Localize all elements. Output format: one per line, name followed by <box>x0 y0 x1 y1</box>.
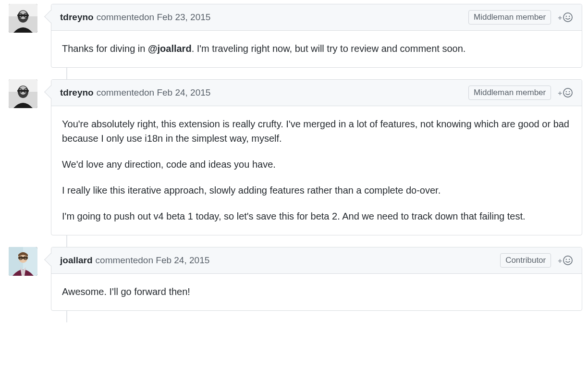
text-fragment: Awesome. I'll go forward then! <box>62 286 190 297</box>
comment-paragraph: We'd love any direction, code and ideas … <box>62 157 571 172</box>
comment-header: tdreynocommented on Feb 23, 2015Middlema… <box>51 4 582 31</box>
svg-point-17 <box>564 88 572 97</box>
comment-bubble: tdreynocommented on Feb 23, 2015Middlema… <box>51 4 582 68</box>
role-badge: Middleman member <box>468 86 551 100</box>
svg-rect-23 <box>18 257 28 259</box>
svg-point-27 <box>566 259 567 260</box>
text-fragment: I'm going to push out v4 beta 1 today, s… <box>62 211 526 221</box>
comment-paragraph: I really like this iterative approach, s… <box>62 183 571 197</box>
svg-point-28 <box>569 259 570 260</box>
comment-paragraph: Thanks for diving in @joallard. I'm trav… <box>62 41 571 56</box>
timestamp-on: on <box>144 87 154 98</box>
svg-point-26 <box>564 256 572 265</box>
svg-point-9 <box>569 16 570 17</box>
smiley-icon <box>563 255 573 266</box>
comment-bubble: joallardcommented on Feb 24, 2015Contrib… <box>51 247 582 311</box>
comment-header: joallardcommented on Feb 24, 2015Contrib… <box>51 247 582 274</box>
user-mention[interactable]: @joallard <box>148 43 192 54</box>
svg-rect-4 <box>17 14 29 16</box>
comment: tdreynocommented on Feb 24, 2015Middlema… <box>2 79 582 235</box>
smiley-icon <box>563 87 573 98</box>
add-reaction-button[interactable]: + <box>558 12 573 23</box>
timestamp-link[interactable]: on Feb 24, 2015 <box>143 255 209 266</box>
comment-body: You're absolutely right, this extension … <box>51 106 582 235</box>
svg-point-18 <box>566 91 567 92</box>
author-link[interactable]: tdreyno <box>60 87 94 98</box>
svg-rect-14 <box>17 90 29 92</box>
timestamp-on: on <box>144 12 154 22</box>
comment-body: Awesome. I'll go forward then! <box>51 274 582 310</box>
timestamp-link[interactable]: on Feb 23, 2015 <box>144 12 210 23</box>
comment-paragraph: I'm going to push out v4 beta 1 today, s… <box>62 209 571 223</box>
text-fragment: We'd love any direction, code and ideas … <box>62 159 276 170</box>
commented-label: commented <box>96 255 143 266</box>
svg-point-7 <box>564 13 572 22</box>
plus-icon: + <box>558 89 562 97</box>
plus-icon: + <box>558 257 562 265</box>
avatar[interactable] <box>9 79 37 108</box>
add-reaction-button[interactable]: + <box>558 255 573 266</box>
comment-paragraph: Awesome. I'll go forward then! <box>62 284 571 299</box>
comment: tdreynocommented on Feb 23, 2015Middlema… <box>2 4 582 68</box>
smiley-icon <box>563 12 573 23</box>
comment-body: Thanks for diving in @joallard. I'm trav… <box>51 31 582 67</box>
timestamp-link[interactable]: on Feb 24, 2015 <box>144 87 210 98</box>
commented-label: commented <box>97 87 144 98</box>
comment-bubble: tdreynocommented on Feb 24, 2015Middlema… <box>51 79 582 235</box>
timestamp-date: Feb 23, 2015 <box>157 12 210 22</box>
timestamp-on: on <box>143 255 153 265</box>
add-reaction-button[interactable]: + <box>558 87 573 98</box>
svg-point-8 <box>566 16 567 17</box>
text-fragment: Thanks for diving in <box>62 43 148 54</box>
text-fragment: I really like this iterative approach, s… <box>62 185 441 196</box>
timestamp-date: Feb 24, 2015 <box>157 87 210 98</box>
commented-label: commented <box>97 12 144 23</box>
role-badge: Contributor <box>500 253 551 268</box>
avatar[interactable] <box>9 4 37 33</box>
comment: joallardcommented on Feb 24, 2015Contrib… <box>2 247 582 311</box>
comment-paragraph: You're absolutely right, this extension … <box>62 117 571 146</box>
role-badge: Middleman member <box>468 10 551 25</box>
timestamp-date: Feb 24, 2015 <box>156 255 209 265</box>
svg-point-19 <box>569 91 570 92</box>
plus-icon: + <box>558 13 562 22</box>
author-link[interactable]: joallard <box>60 255 93 266</box>
author-link[interactable]: tdreyno <box>60 12 94 23</box>
text-fragment: You're absolutely right, this extension … <box>62 119 569 144</box>
avatar[interactable] <box>9 247 37 276</box>
comment-header: tdreynocommented on Feb 24, 2015Middlema… <box>51 80 582 106</box>
text-fragment: . I'm traveling right now, but will try … <box>192 43 466 54</box>
